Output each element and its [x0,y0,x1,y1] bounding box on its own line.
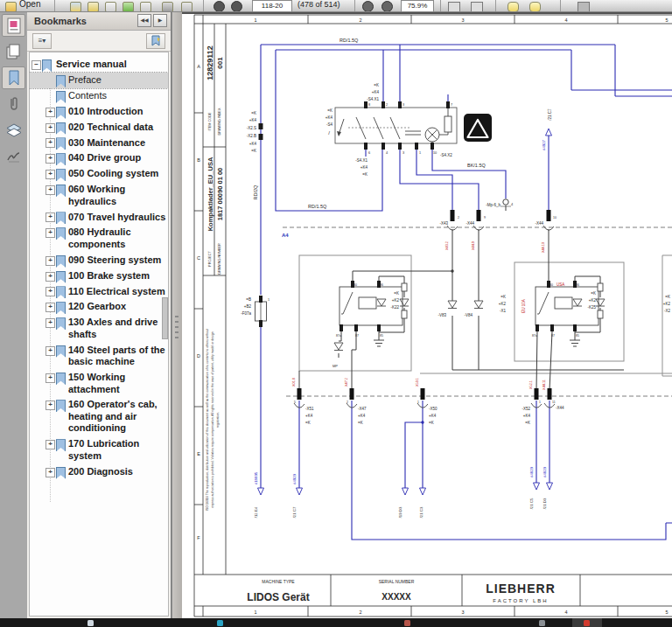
expand-icon[interactable]: + [46,170,55,179]
page-thumbnails-button[interactable] [2,14,25,37]
pages-panel-button[interactable] [2,40,25,63]
bookmark-item[interactable]: +060 Working hydraulics [30,182,168,209]
page-number-input[interactable]: 118-20 [252,0,292,12]
bookmark-options-button[interactable]: ≡▾ [32,33,52,49]
save-as-icon[interactable] [88,2,99,12]
previous-page-icon[interactable] [214,1,225,12]
bookmark-label: 120 Gearbox [68,301,126,311]
toolbar-separator [560,0,561,11]
bookmark-label: 110 Electrical system [68,286,165,296]
schematic-label: X47.2 [345,378,348,387]
zoom-in-icon[interactable] [382,1,393,12]
next-page-icon[interactable] [231,1,242,12]
expand-icon[interactable]: + [46,373,55,383]
email-icon[interactable] [181,2,192,12]
bookmark-flag-icon [56,286,66,298]
bookmark-item[interactable]: +050 Cooling system [30,166,168,182]
bookmark-item[interactable]: +140 Steel parts of the basic machine [30,343,168,370]
bookmark-item[interactable]: +130 Axles and drive shafts [30,315,168,342]
collapse-panel-button[interactable]: ◀◀ [137,14,151,27]
schematic-label: LIEBHERR [486,582,556,596]
expand-icon[interactable]: + [46,228,55,238]
bookmark-flag-icon [42,59,52,72]
bookmark-item[interactable]: +160 Operator's cab, heating and air con… [30,397,168,436]
expand-icon[interactable]: + [46,123,55,133]
schematic-label: X44.9 [472,241,475,250]
bookmark-item[interactable]: +010 Introduction [30,104,168,120]
expand-icon[interactable]: + [46,303,55,312]
collapse-icon[interactable]: − [32,60,41,70]
schematic-label: -V83 [438,313,446,317]
expand-icon[interactable]: + [46,401,55,410]
schematic-label: ITEM CODE [208,112,212,131]
bookmark-item[interactable]: +080 Hydraulic components [30,225,168,252]
print-icon[interactable] [162,2,173,12]
layers-panel-button[interactable] [2,119,25,142]
schematic-label: X44.11 [542,380,546,390]
edit-icon[interactable] [105,2,116,12]
bookmark-label: 070 Travel hydraulics [68,212,165,222]
schematic-label: 11 [552,401,556,404]
expand-icon[interactable]: + [46,185,55,195]
expand-icon[interactable]: + [46,440,55,449]
taskbar-app-5[interactable] [584,620,590,626]
bookmark-item[interactable]: +150 Working attachment [30,370,168,397]
expand-icon[interactable]: + [46,108,55,117]
tools-panel-button[interactable] [578,2,590,12]
expand-icon[interactable]: + [46,272,55,282]
expand-icon[interactable]: + [46,468,55,477]
expand-icon[interactable]: + [46,287,55,296]
schematic-label: A4 [282,233,289,238]
bookmark-item[interactable]: +170 Lubrication system [30,436,168,463]
bookmark-item[interactable]: Preface [30,73,168,88]
taskbar-app-2[interactable] [217,620,223,626]
bookmarks-panel-button[interactable] [2,66,25,89]
expand-icon[interactable]: + [46,346,55,356]
bookmark-item[interactable]: +110 Electrical system [30,283,168,299]
schematic-label: =K [665,295,670,299]
expand-icon[interactable]: + [46,154,55,164]
bookmark-item[interactable]: +070 Travel hydraulics [30,209,168,225]
taskbar-app-1[interactable] [88,620,94,626]
open-folder-icon[interactable] [5,2,17,12]
save-icon[interactable] [70,2,81,12]
attachments-panel-button[interactable] [2,93,25,115]
expand-panel-button[interactable]: ▶ [153,14,167,27]
fit-page-button[interactable] [471,2,483,12]
bookmark-item[interactable]: +200 Diagnosis [30,464,168,480]
bookmark-item[interactable]: −Service manual [30,57,168,73]
signatures-panel-button[interactable] [2,145,25,168]
highlight-icon[interactable] [529,2,541,12]
schematic-label: -S4.X2 [440,153,452,157]
attach-icon[interactable] [140,2,151,12]
zoom-level-input[interactable]: 75.9% [401,0,434,12]
schematic-label: +K4 [429,414,437,418]
schematic-label: #4927 [542,139,546,150]
bookmark-item[interactable]: +120 Gearbox [30,299,168,315]
bookmark-item[interactable]: +030 Maintenance [30,135,168,150]
bookmark-item[interactable]: Contents [30,88,168,104]
zoom-out-icon[interactable] [362,1,374,12]
comment-icon[interactable] [508,2,519,12]
open-button[interactable]: Open [19,0,40,9]
fit-width-button[interactable] [448,2,460,12]
bookmark-item[interactable]: +090 Steering system [30,253,168,268]
expand-icon[interactable]: + [46,256,55,266]
bookmark-item[interactable]: +040 Drive group [30,150,168,166]
expand-icon[interactable]: + [46,138,55,148]
schematic-label: 9 [484,216,486,219]
bookmarks-scrollbar-thumb[interactable] [162,297,168,339]
expand-icon[interactable]: + [46,212,55,222]
panel-resize-divider[interactable] [172,11,182,618]
taskbar-app-4[interactable] [539,620,545,626]
schematic-label: 1 [419,151,421,155]
schematic-label: +B2 [244,304,252,309]
expand-icon[interactable]: + [46,318,55,328]
new-bookmark-button[interactable] [146,33,165,49]
bookmark-item[interactable]: +100 Brake system [30,268,168,284]
schematic-label: -K22 [390,305,399,310]
add-icon[interactable] [122,2,134,12]
bookmark-item[interactable]: +020 Technical data [30,120,168,136]
schematic-label: 2 [346,401,348,404]
taskbar-app-3[interactable] [404,620,410,626]
